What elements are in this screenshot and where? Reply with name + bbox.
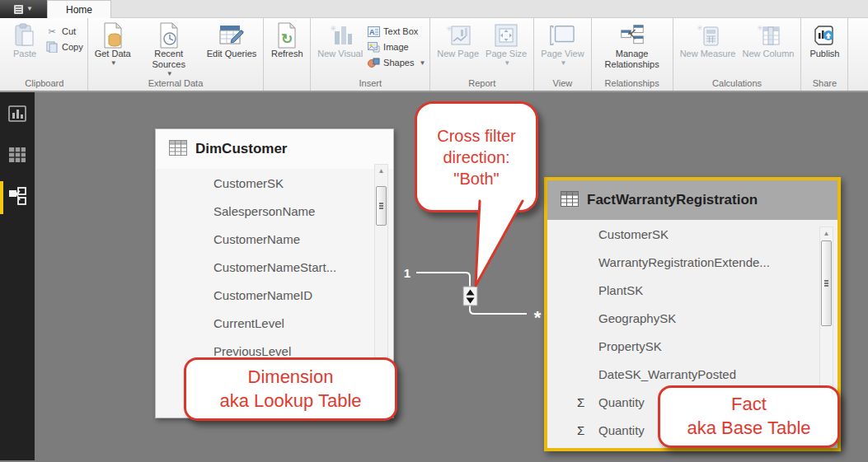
publish-button[interactable]: Publish [805,20,843,59]
image-button[interactable]: Image [367,40,425,54]
field-row[interactable]: CurrentLevel [156,309,393,337]
sigma-aggregate-icon: Σ [577,395,592,409]
image-label: Image [383,42,409,52]
new-column-label: New Column [742,49,794,59]
field-name: CustomerName [213,232,300,246]
sidebar-item-report-view[interactable] [0,102,35,128]
field-name: CustomerSK [213,176,284,190]
page-view-button[interactable]: Page View ▼ [538,20,586,67]
ribbon-group-calculations: ✳ New Measure ✳ New Column Calculations [673,18,802,91]
sidebar-item-data-view[interactable] [0,143,35,170]
table-factwarrantyregistration-header[interactable]: FactWarrantyRegistration [547,180,838,220]
edit-queries-button[interactable]: Edit Queries [204,20,260,59]
scrollbar-thumb[interactable] [821,240,832,326]
data-grid-icon [8,146,26,167]
scroll-up-icon[interactable]: ▲ [375,165,387,176]
edit-queries-icon [219,22,244,49]
recent-sources-label: Recent Sources [138,49,200,70]
table-dimcustomer-header[interactable]: DimCustomer [156,129,393,169]
new-measure-label: New Measure [680,49,736,59]
field-row[interactable]: Σ DateSK_WarrantyPosted [547,360,838,388]
field-row[interactable]: Σ GeographySK [547,304,838,332]
page-view-icon [550,22,575,49]
new-measure-button[interactable]: ✳ New Measure [678,20,739,59]
speech-bubble-tail [476,201,523,286]
field-row[interactable]: Σ CustomerSK [547,220,838,248]
field-name: SalespersonName [213,204,315,218]
field-row[interactable]: Σ WarrantyRegistrationExtende... [547,248,838,276]
page-view-label: Page View [541,49,584,59]
new-column-button[interactable]: ✳ New Column [739,20,796,59]
get-data-button[interactable]: Get Data ▼ [92,20,134,67]
edit-queries-label: Edit Queries [207,49,257,59]
page-size-button[interactable]: Page Size ▼ [483,20,529,67]
new-column-icon: ✳ [756,22,781,49]
new-measure-icon: ✳ [696,22,720,49]
cut-label: Cut [62,26,76,36]
field-row[interactable]: CustomerNameStart... [156,253,393,281]
relationship-line [470,306,527,314]
tab-home[interactable]: Home [47,0,111,18]
group-label-insert: Insert [315,77,425,91]
copy-button[interactable]: Copy [45,40,83,54]
chevron-down-icon: ▼ [560,59,566,67]
text-box-icon: A [367,25,380,38]
ribbon-group-clipboard: Paste ✂ Cut Copy Clipboard [2,18,88,91]
callout-line: Fact [660,393,838,417]
get-data-label: Get Data [95,49,131,59]
publish-icon [812,22,837,49]
table-title: DimCustomer [195,141,287,157]
group-label-clipboard: Clipboard [6,77,83,91]
paste-button[interactable]: Paste [6,20,44,59]
refresh-icon: ↻ [274,22,299,49]
shapes-button[interactable]: Shapes ▼ [367,56,425,69]
new-visual-button[interactable]: ✳ New Visual [315,20,365,59]
scissors-icon: ✂ [45,25,59,38]
scroll-up-icon[interactable]: ▲ [820,227,833,239]
field-row[interactable]: CustomerNameID [156,281,393,309]
field-row[interactable]: Σ PlantSK [547,276,838,304]
ribbon-group-external-data: Get Data ▼ Recent Sources ▼ Edit Queries… [88,18,265,91]
scrollbar-thumb[interactable] [376,186,387,226]
field-row[interactable]: Σ PropertySK [547,332,838,360]
field-row[interactable]: SalespersonName [156,197,393,225]
tab-home-label: Home [66,4,92,16]
manage-relationships-button[interactable]: Manage Relationships [596,20,669,70]
ribbon-group-share: Publish Share [801,18,848,91]
view-switcher-sidebar [0,92,35,460]
new-page-button[interactable]: ✳ New Page [434,20,481,59]
group-label-view: View [538,77,586,91]
cut-button[interactable]: ✂ Cut [45,25,83,38]
field-row[interactable]: CustomerSK [156,169,393,197]
table-icon [169,140,187,159]
field-row[interactable]: CustomerName [156,225,393,253]
group-label-relationships: Relationships [596,77,669,91]
refresh-label: Refresh [271,49,303,59]
sigma-aggregate-icon: Σ [577,423,592,437]
cross-filter-both-icon[interactable] [463,287,477,306]
field-name: CustomerNameStart... [213,260,336,274]
chevron-down-icon: ▼ [110,59,117,67]
group-label-refresh-spacer [268,87,306,91]
file-menu-icon [14,5,23,14]
ribbon: Paste ✂ Cut Copy Clipboard [0,18,868,92]
manage-relationships-icon [620,22,645,49]
copy-label: Copy [62,42,83,52]
relationships-canvas[interactable]: 1 * DimCustomer CustomerSK [35,92,868,460]
text-box-button[interactable]: A Text Box [367,25,425,38]
svg-text:✳: ✳ [697,24,703,32]
recent-sources-button[interactable]: Recent Sources ▼ [135,20,203,77]
field-name: PreviousLevel [213,344,291,358]
main-area: 1 * DimCustomer CustomerSK [0,92,868,460]
page-size-icon [494,22,518,49]
model-diagram-icon [7,186,27,209]
callout-cross-filter: Cross filter direction: "Both" [415,101,538,212]
refresh-button[interactable]: ↻ Refresh [268,20,306,59]
copy-pages-icon [45,40,59,54]
file-menu-button[interactable]: ▼ [0,0,47,18]
table-title: FactWarrantyRegistration [587,192,758,208]
sidebar-item-relationships-view[interactable] [0,184,35,211]
chevron-down-icon: ▼ [419,59,425,67]
field-name: CurrentLevel [213,316,284,330]
new-visual-icon: ✳ [328,22,353,49]
